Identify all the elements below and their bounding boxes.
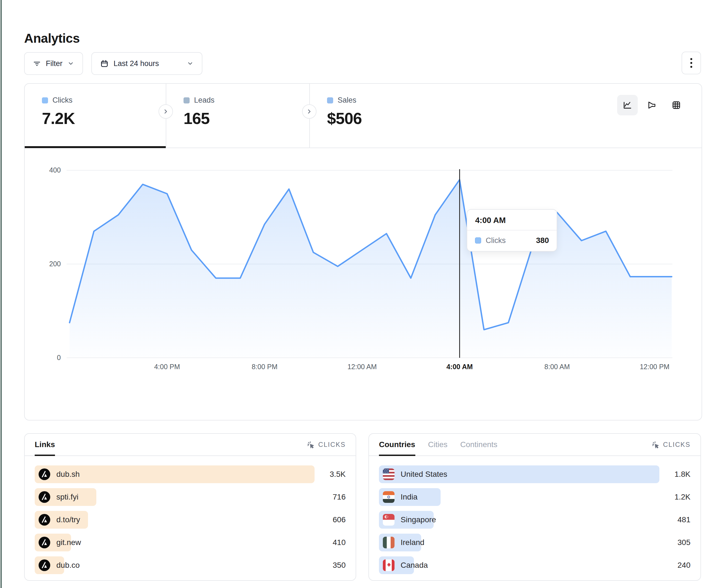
link-label: dub.co [56,561,80,570]
chevron-right-icon [163,109,169,115]
links-rows: dub.sh 3.5K spti.fyi 716 d.to/try 606 [25,456,356,574]
chevron-down-icon [67,60,74,67]
link-row-git-new[interactable]: git.new 410 [35,534,346,551]
line-chart-icon [622,100,633,110]
country-row-ireland[interactable]: Ireland 305 [379,534,690,551]
dub-logo-icon [39,491,50,503]
metric-tabs: Clicks 7.2K Leads 165 Sales $506 [25,84,702,148]
country-row-canada[interactable]: Canada 240 [379,557,690,574]
link-label: spti.fyi [56,493,78,501]
area-chart-canvas [67,170,672,358]
countries-rows: United States 1.8K India 1.2K Singapore … [369,456,701,574]
y-tick-label: 0 [30,354,61,362]
funnel-icon [647,100,657,110]
tab-countries[interactable]: Countries [379,434,415,455]
leads-legend-square [184,97,190,104]
controls-row: Filter Last 24 hours [24,52,202,75]
dub-logo-icon [39,469,50,480]
link-clicks-value: 716 [332,493,346,501]
countries-panel: Countries Cities Continents CLICKS Unite… [368,433,701,581]
country-clicks-value: 240 [677,561,690,570]
date-range-label: Last 24 hours [113,59,159,68]
links-panel-header: Links CLICKS [25,434,356,456]
tooltip-value: 380 [536,236,549,245]
country-clicks-value: 1.2K [674,493,690,501]
ireland-flag-icon [383,537,394,548]
x-tick-label: 4:00 PM [154,363,180,371]
clicks-header-label: CLICKS [318,441,346,449]
country-label: Singapore [401,515,436,524]
metric-tab-clicks[interactable]: Clicks 7.2K [25,84,166,148]
country-clicks-value: 305 [677,538,690,547]
link-clicks-value: 3.5K [329,470,346,479]
filter-button[interactable]: Filter [24,52,83,75]
country-label: Ireland [401,538,425,547]
country-label: United States [401,470,447,479]
date-range-button[interactable]: Last 24 hours [91,52,202,75]
metric-tab-sales[interactable]: Sales $506 [309,84,702,148]
country-clicks-value: 481 [677,515,690,524]
country-row-india[interactable]: India 1.2K [379,488,690,506]
links-panel: Links CLICKS dub.sh 3.5K spti.fyi [24,433,356,581]
clicks-legend-square [42,97,48,104]
leads-metric-label: Leads [194,96,215,105]
tab-continents[interactable]: Continents [460,434,497,455]
leads-metric-value: 165 [184,109,309,128]
country-clicks-value: 1.8K [674,470,690,479]
chart-tooltip: 4:00 AM Clicks 380 [467,209,557,252]
link-label: git.new [56,538,81,547]
links-clicks-column-header[interactable]: CLICKS [306,440,346,449]
cursor-click-icon [651,440,660,449]
clicks-header-label: CLICKS [663,441,690,449]
table-icon [671,100,682,110]
link-clicks-value: 350 [332,561,346,570]
link-label: d.to/try [56,515,80,524]
y-tick-label: 200 [30,260,61,268]
line-chart-view-button[interactable] [617,95,638,115]
link-row-spti-fyi[interactable]: spti.fyi 716 [35,488,346,506]
funnel-view-button[interactable] [642,95,662,115]
more-menu-button[interactable] [682,51,701,74]
tooltip-time: 4:00 AM [467,210,557,230]
y-axis-labels: 0200400 [30,170,61,358]
country-label: India [401,493,417,501]
link-label: dub.sh [56,470,80,479]
chevron-down-icon [187,60,194,67]
x-tick-label: 12:00 AM [347,363,377,371]
analytics-page: Analytics Filter Last 24 hours Clicks 7.… [0,0,711,588]
chart-view-toolbar [617,95,687,115]
us-flag-icon [383,469,394,480]
dub-logo-icon [39,537,50,548]
singapore-flag-icon [383,514,394,526]
countries-panel-header: Countries Cities Continents CLICKS [369,434,701,456]
metric-tab-leads[interactable]: Leads 165 [166,84,309,148]
country-row-united-states[interactable]: United States 1.8K [379,466,690,483]
india-flag-icon [383,491,394,503]
calendar-icon [100,59,109,68]
sales-metric-label: Sales [338,96,357,105]
link-clicks-value: 606 [332,515,346,524]
link-row-d-to-try[interactable]: d.to/try 606 [35,511,346,529]
x-tick-label: 4:00 AM [447,363,473,371]
x-tick-label: 8:00 PM [252,363,277,371]
expand-leads-button[interactable] [302,104,317,119]
link-row-dub-sh[interactable]: dub.sh 3.5K [35,466,346,483]
dub-logo-icon [39,560,50,571]
link-row-dub-co[interactable]: dub.co 350 [35,557,346,574]
country-row-singapore[interactable]: Singapore 481 [379,511,690,529]
tab-links[interactable]: Links [35,434,55,455]
clicks-area-chart[interactable]: 4:00 AM Clicks 380 [67,170,672,358]
table-view-button[interactable] [666,95,687,115]
expand-clicks-button[interactable] [158,104,173,119]
clicks-metric-value: 7.2K [42,109,166,128]
dub-logo-icon [39,514,50,526]
x-tick-label: 8:00 AM [544,363,570,371]
kebab-icon [687,57,695,69]
clicks-metric-label: Clicks [52,96,72,105]
x-tick-label: 12:00 PM [640,363,669,371]
tab-cities[interactable]: Cities [428,434,448,455]
countries-clicks-column-header[interactable]: CLICKS [651,440,690,449]
link-clicks-value: 410 [332,538,346,547]
window-edge-strip [1,0,2,588]
cursor-click-icon [306,440,315,449]
